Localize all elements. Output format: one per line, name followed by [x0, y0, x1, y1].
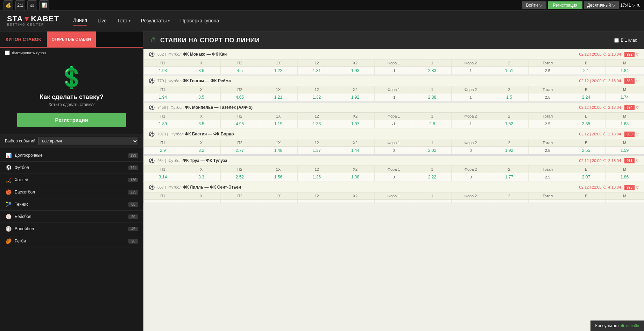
odds-12[interactable] — [298, 200, 336, 203]
match-id: 770 | — [157, 79, 166, 83]
fora1-odds[interactable] — [413, 200, 452, 203]
sport-item[interactable]: 🎾 Теннис 65 — [0, 198, 143, 211]
decimal-button[interactable]: Десятичный ▽ — [584, 1, 619, 9]
match-sport-label: Футбол — [169, 105, 185, 110]
match-count-badge[interactable]: 922 — [624, 52, 635, 57]
consultant-bar[interactable]: Консультант онлайн — [590, 321, 644, 331]
nav-results[interactable]: Результаты ▾ — [141, 16, 170, 25]
odds-b[interactable]: 1.74 — [606, 93, 644, 101]
total-odds[interactable]: 2.24 — [567, 93, 606, 101]
sidebar-register-button[interactable]: Регистрация — [17, 113, 126, 127]
odds-b[interactable] — [606, 200, 644, 203]
sport-item[interactable]: 🏒 Хоккей 136 — [0, 174, 143, 186]
total-odds[interactable]: 2.35 — [567, 120, 606, 128]
language-selector[interactable]: ru — [637, 3, 641, 8]
odds-p2[interactable]: 4.5 — [221, 67, 259, 75]
odds-12[interactable]: 1.31 — [298, 67, 336, 75]
odds-x2[interactable] — [336, 200, 375, 203]
fora2-odds[interactable]: 1.52 — [490, 120, 529, 128]
nav-live[interactable]: Live — [98, 16, 107, 25]
match-count-badge[interactable]: 860 — [624, 78, 635, 84]
odds-p1[interactable]: 1.93 — [144, 67, 182, 75]
odds-x[interactable]: 3.6 — [182, 67, 221, 75]
match-count-badge[interactable]: 911 — [624, 158, 635, 163]
odds-x[interactable]: 3.3 — [182, 173, 221, 181]
total-odds[interactable]: 2.07 — [567, 173, 606, 181]
odds-p2[interactable]: 2.77 — [221, 147, 259, 154]
odds-12[interactable]: 1.36 — [298, 173, 336, 181]
odds-p1[interactable]: 1.94 — [144, 93, 182, 101]
in1klass-checkbox[interactable] — [614, 38, 619, 43]
odds-12[interactable]: 1.37 — [298, 147, 336, 154]
fora2-odds[interactable] — [490, 200, 529, 203]
sport-item[interactable]: ⚾ Бейсбол 20 — [0, 211, 143, 223]
odds-x[interactable]: 3.2 — [182, 147, 221, 154]
odds-1x[interactable]: 1.22 — [259, 67, 298, 75]
odds-x[interactable]: 3.5 — [182, 120, 221, 128]
odds-b[interactable]: 1.59 — [606, 147, 644, 154]
login-button[interactable]: Войти ▽ — [522, 1, 547, 9]
match-time: 02.12 | 20:00 ⏱ 2:18:04 894 ▽ — [579, 105, 639, 110]
sport-item[interactable]: 🏉 Регби 26 — [0, 235, 143, 247]
sport-item[interactable]: 🏀 Баскетбол 225 — [0, 186, 143, 198]
odds-x2[interactable]: 1.44 — [336, 147, 375, 154]
odds-1x[interactable]: 1.21 — [259, 93, 298, 101]
top-bar: 💰 2:1 ⚖ 📊 Войти ▽ Регистрация Десятичный… — [0, 0, 644, 10]
total-odds[interactable] — [567, 200, 606, 203]
nav-coupon-check[interactable]: Проверка купона — [180, 16, 219, 25]
fora2-odds[interactable]: 1.51 — [490, 67, 529, 75]
match-count-badge[interactable]: 894 — [624, 105, 635, 110]
odds-p2[interactable]: 4.65 — [221, 93, 259, 101]
odds-p2[interactable]: 2.52 — [221, 173, 259, 181]
match-count-badge[interactable]: 900 — [624, 132, 635, 137]
odds-x2[interactable]: 1.97 — [336, 120, 375, 128]
odds-b[interactable]: 1.84 — [606, 67, 644, 75]
odds-1x[interactable]: 1.56 — [259, 173, 298, 181]
odds-p2[interactable] — [221, 200, 259, 203]
event-select-dropdown[interactable]: все время — [38, 137, 138, 145]
sport-count: 225 — [128, 190, 138, 195]
fix-coupon-checkbox[interactable] — [5, 50, 10, 55]
odds-p1[interactable]: 3.14 — [144, 173, 182, 181]
odds-x[interactable]: 3.5 — [182, 93, 221, 101]
match-count-badge[interactable]: 923 — [624, 185, 635, 190]
odds-b[interactable]: 1.68 — [606, 120, 644, 128]
fora1-odds[interactable]: 2.22 — [413, 173, 452, 181]
total-odds[interactable]: 2.1 — [567, 67, 606, 75]
odds-12[interactable]: 1.33 — [298, 120, 336, 128]
odds-1x[interactable]: 1.19 — [259, 120, 298, 128]
total-odds[interactable]: 2.55 — [567, 147, 606, 154]
fora2-odds[interactable]: 1.5 — [490, 93, 529, 101]
fora2-odds[interactable]: 1.77 — [490, 173, 529, 181]
fora1-odds[interactable]: 2.8 — [413, 120, 452, 128]
fora2-odds[interactable]: 1.92 — [490, 147, 529, 154]
odds-12[interactable]: 1.32 — [298, 93, 336, 101]
logo[interactable]: STA▼KABET BETTING CENTER — [7, 15, 59, 26]
coin-icon[interactable]: 💰 — [3, 0, 13, 10]
fora1-odds[interactable]: 2.88 — [413, 93, 452, 101]
odds-1x[interactable] — [259, 200, 298, 203]
odds-x2[interactable]: 1.92 — [336, 93, 375, 101]
sport-item[interactable]: ⚽ Футбол 741 — [0, 162, 143, 174]
ratio-display[interactable]: 2:1 — [15, 0, 25, 10]
odds-1x[interactable]: 1.48 — [259, 147, 298, 154]
odds-p2[interactable]: 4.95 — [221, 120, 259, 128]
odds-b[interactable]: 1.86 — [606, 173, 644, 181]
odds-x2[interactable]: 1.93 — [336, 67, 375, 75]
odds-p1[interactable]: 2.9 — [144, 147, 182, 154]
nav-liniya[interactable]: Линия — [73, 16, 87, 26]
sport-item[interactable]: 🏐 Волейбол 45 — [0, 223, 143, 235]
sport-item[interactable]: 📊 Долгосрочные 199 — [0, 149, 143, 162]
nav-toto[interactable]: Тото ▾ — [117, 16, 130, 25]
odds-x2[interactable]: 1.38 — [336, 173, 375, 181]
stats-icon[interactable]: 📊 — [39, 0, 49, 10]
col-m: М — [606, 139, 644, 146]
odds-p1[interactable] — [144, 200, 182, 203]
bet-icon[interactable]: ⚖ — [27, 0, 37, 10]
fora1-odds[interactable]: 2.83 — [413, 67, 452, 75]
fora1-odds[interactable]: 2.02 — [413, 147, 452, 154]
odds-p1[interactable]: 1.89 — [144, 120, 182, 128]
open-bets-button[interactable]: ОТКРЫТЫЕ СТАВКИ — [47, 31, 96, 47]
odds-x[interactable] — [182, 200, 221, 203]
register-button[interactable]: Регистрация — [548, 1, 582, 9]
